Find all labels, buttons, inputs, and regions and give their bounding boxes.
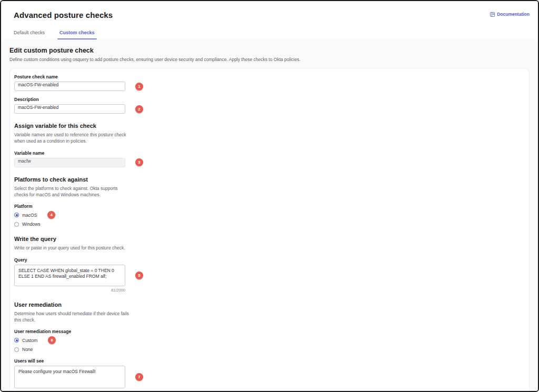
annotation-badge-3: 3 xyxy=(135,158,143,166)
documentation-link[interactable]: Documentation xyxy=(490,12,530,17)
documentation-icon xyxy=(490,12,495,17)
annotation-badge-6: 6 xyxy=(48,336,56,344)
field-query: Query SELECT CASE WHEN global_state = 0 … xyxy=(14,257,525,293)
platform-section-heading: Platforms to check against xyxy=(14,176,525,183)
remediation-option-none[interactable]: None xyxy=(14,347,525,352)
radio-windows-icon[interactable] xyxy=(14,222,19,227)
query-section-heading: Write the query xyxy=(14,236,525,242)
remediation-option-custom[interactable]: Custom 6 xyxy=(14,336,525,344)
platform-option-macos[interactable]: macOS 4 xyxy=(14,211,525,219)
tab-bar: Default checks Custom checks xyxy=(9,27,525,39)
page-title: Advanced posture checks xyxy=(14,11,525,19)
edit-description: Define custom conditions using osquery t… xyxy=(9,57,530,62)
platform-section-description: Select the platforms to check against. O… xyxy=(14,185,133,198)
tab-default-checks[interactable]: Default checks xyxy=(9,27,49,39)
field-variable-name: Variable name macfw 3 xyxy=(14,150,525,167)
radio-macos-icon[interactable] xyxy=(14,213,19,217)
platform-label: Platform xyxy=(14,204,525,209)
field-users-will-see: Users will see Please configure your mac… xyxy=(14,358,525,392)
remediation-section-description: Determine how users should remediate if … xyxy=(14,310,133,324)
field-posture-check-name: Posture check name macOS-FW-enabled 1 xyxy=(14,74,525,91)
documentation-label: Documentation xyxy=(497,12,530,17)
field-description: Description macOS-FW-enabled 2 xyxy=(14,97,525,114)
description-label: Description xyxy=(14,97,525,102)
users-will-see-textarea[interactable]: Please configure your macOS Firewall! xyxy=(14,366,125,388)
posture-check-name-label: Posture check name xyxy=(14,74,525,79)
query-char-count: 81/2000 xyxy=(14,288,125,293)
platform-option-windows[interactable]: Windows xyxy=(14,222,525,227)
query-textarea[interactable]: SELECT CASE WHEN global_state = 0 THEN 0… xyxy=(14,265,125,286)
remediation-section-heading: User remediation xyxy=(14,301,525,308)
radio-macos-label: macOS xyxy=(22,213,37,218)
description-input[interactable]: macOS-FW-enabled xyxy=(14,104,125,114)
users-will-see-label: Users will see xyxy=(14,358,525,364)
radio-message-none-icon[interactable] xyxy=(14,347,19,352)
posture-check-name-input[interactable]: macOS-FW-enabled xyxy=(14,82,125,91)
query-label: Query xyxy=(14,257,525,263)
users-will-see-char-count: 37/100 xyxy=(14,390,125,392)
variable-section-heading: Assign variable for this check xyxy=(14,123,525,129)
edit-heading: Edit custom posture check xyxy=(9,47,530,54)
form-card: Posture check name macOS-FW-enabled 1 De… xyxy=(9,68,530,392)
page-header: Advanced posture checks Documentation De… xyxy=(1,1,538,39)
annotation-badge-5: 5 xyxy=(135,272,143,279)
app-window: Advanced posture checks Documentation De… xyxy=(0,0,539,392)
radio-windows-label: Windows xyxy=(22,222,40,227)
radio-message-none-label: None xyxy=(22,347,33,352)
annotation-badge-4: 4 xyxy=(47,211,55,219)
variable-name-input: macfw xyxy=(14,158,125,167)
radio-custom-icon[interactable] xyxy=(14,338,19,343)
variable-section-description: Variable names are used to reference thi… xyxy=(14,132,133,145)
tab-custom-checks[interactable]: Custom checks xyxy=(55,27,99,39)
remediation-message-label: User remediation message xyxy=(14,329,525,334)
radio-custom-label: Custom xyxy=(22,338,37,343)
annotation-badge-1: 1 xyxy=(135,83,143,91)
annotation-badge-2: 2 xyxy=(135,105,143,113)
main-content: Edit custom posture check Define custom … xyxy=(1,39,538,392)
query-section-description: Write or paste in your query used for th… xyxy=(14,245,133,251)
variable-name-label: Variable name xyxy=(14,150,525,156)
annotation-badge-7: 7 xyxy=(135,373,143,381)
